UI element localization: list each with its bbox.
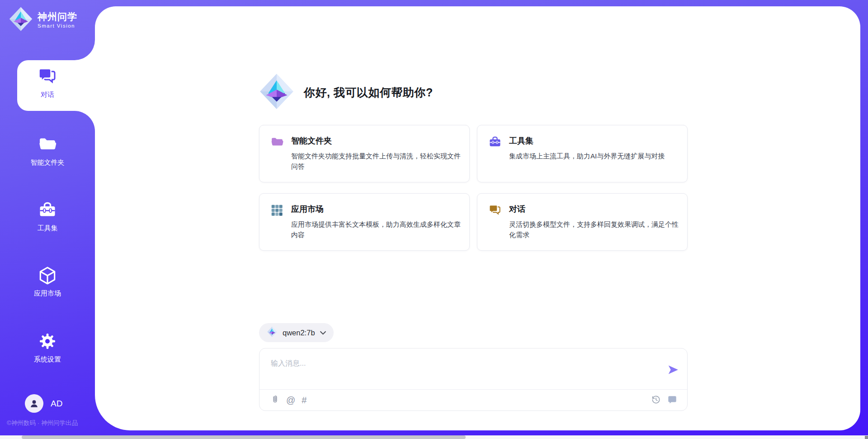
card-description: 应用市场提供丰富长文本模板，助力高效生成多样化文章内容 [291, 220, 465, 240]
greeting-title: 你好, 我可以如何帮助你? [304, 85, 433, 100]
hashtag-icon: # [302, 396, 307, 405]
model-name: qwen2:7b [283, 329, 315, 337]
sidebar-item-label: 工具集 [38, 224, 58, 233]
horizontal-scrollbar [0, 435, 868, 439]
attach-button[interactable] [270, 394, 280, 406]
card-title: 应用市场 [291, 204, 465, 215]
card-toolset[interactable]: 工具集 集成市场上主流工具，助力AI与外界无缝扩展与对接 [477, 125, 688, 182]
history-button[interactable] [651, 395, 661, 406]
composer-toolbar: @ # [270, 390, 677, 410]
history-icon [651, 395, 661, 406]
sidebar: 神州问学 Smart Vision 对话 智能文件夹 [0, 0, 95, 439]
scrollbar-thumb[interactable] [22, 435, 466, 439]
sidebar-item-toolset[interactable]: 工具集 [0, 201, 95, 233]
chevron-down-icon [320, 329, 326, 337]
folder-icon [38, 135, 57, 153]
message-input[interactable] [271, 357, 660, 370]
hashtag-button[interactable]: # [302, 396, 307, 405]
card-chat[interactable]: 对话 灵活切换多模型文件，支持多样回复效果调试，满足个性化需求 [477, 193, 688, 251]
paperclip-icon [270, 394, 280, 406]
card-title: 工具集 [509, 135, 683, 146]
card-title: 智能文件夹 [291, 135, 465, 146]
message-composer: @ # [259, 348, 688, 411]
avatar [25, 394, 43, 413]
sidebar-item-chat[interactable]: 对话 [0, 67, 95, 99]
cube-icon [38, 266, 57, 284]
sidebar-item-app-market[interactable]: 应用市场 [0, 266, 95, 298]
card-smart-folder[interactable]: 智能文件夹 智能文件夹功能支持批量文件上传与清洗，轻松实现文件问答 [259, 125, 470, 182]
user-profile[interactable]: AD [25, 394, 62, 413]
sidebar-footer: ©神州数码 · 神州问学出品 [7, 419, 78, 427]
greeting-block: 你好, 我可以如何帮助你? [258, 73, 433, 112]
card-app-market[interactable]: 应用市场 应用市场提供丰富长文本模板，助力高效生成多样化文章内容 [259, 193, 470, 251]
chat-icon [489, 204, 509, 250]
card-title: 对话 [509, 204, 683, 215]
brand: 神州问学 Smart Vision [8, 6, 77, 33]
send-button[interactable] [667, 364, 679, 377]
model-logo-icon [267, 326, 278, 339]
at-sign-icon: @ [286, 396, 295, 405]
message-icon [667, 395, 677, 406]
toolbox-icon [38, 201, 57, 219]
sidebar-item-label: 智能文件夹 [31, 158, 65, 167]
grid-icon [271, 204, 291, 250]
gear-icon [38, 332, 57, 350]
send-icon [667, 370, 679, 377]
feature-cards: 智能文件夹 智能文件夹功能支持批量文件上传与清洗，轻松实现文件问答 工具集 集成… [259, 125, 688, 251]
assistant-logo-icon [258, 73, 295, 112]
sidebar-item-label: 对话 [41, 91, 54, 99]
user-initials: AD [51, 399, 62, 409]
brand-subtitle: Smart Vision [38, 23, 77, 29]
main-content-panel: 你好, 我可以如何帮助你? 智能文件夹 智能文件夹功能支持批量文件上传与清洗，轻… [95, 6, 860, 430]
scrollbar-corner [865, 436, 868, 439]
sidebar-item-label: 系统设置 [34, 355, 61, 364]
brand-name: 神州问学 [38, 11, 77, 22]
card-description: 灵活切换多模型文件，支持多样回复效果调试，满足个性化需求 [509, 220, 683, 240]
feedback-button[interactable] [667, 395, 677, 406]
sidebar-item-smart-folder[interactable]: 智能文件夹 [0, 135, 95, 167]
brand-logo-icon [8, 6, 33, 33]
mention-button[interactable]: @ [286, 396, 295, 405]
toolbox-icon [489, 136, 509, 182]
chat-icon [38, 67, 57, 86]
card-description: 集成市场上主流工具，助力AI与外界无缝扩展与对接 [509, 151, 683, 162]
folder-icon [271, 136, 291, 182]
card-description: 智能文件夹功能支持批量文件上传与清洗，轻松实现文件问答 [291, 151, 465, 172]
model-selector[interactable]: qwen2:7b [259, 323, 334, 342]
sidebar-item-settings[interactable]: 系统设置 [0, 332, 95, 364]
sidebar-item-label: 应用市场 [34, 289, 61, 298]
